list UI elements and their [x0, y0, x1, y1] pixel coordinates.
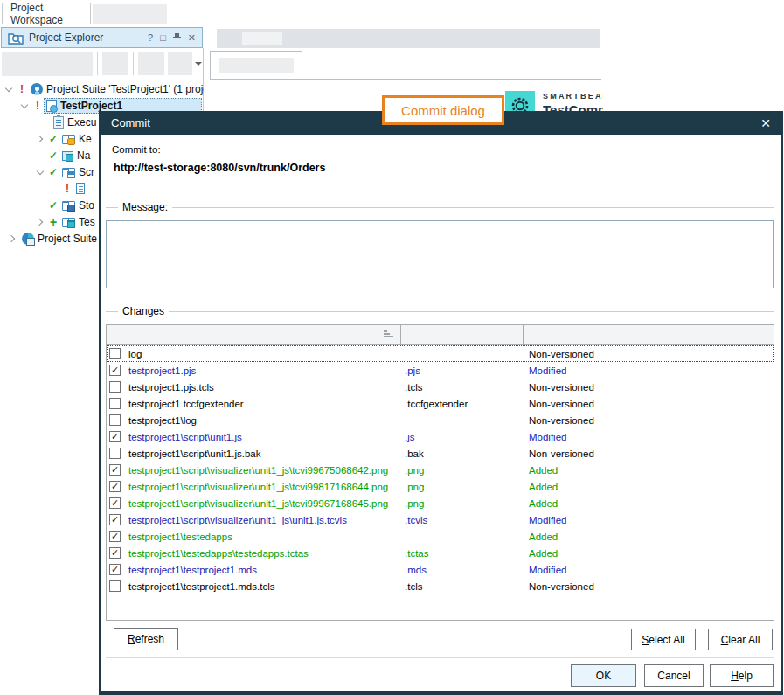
file-status: Added: [529, 498, 774, 509]
column-header-name[interactable]: [107, 325, 400, 345]
table-row[interactable]: testproject1\log Non-versioned: [107, 412, 774, 428]
tree-expander-icon[interactable]: [35, 217, 47, 227]
table-row[interactable]: testproject1\script\visualizer\unit1_js\…: [107, 495, 774, 511]
help-button[interactable]: Help: [710, 664, 774, 687]
commit-dialog: Commit ✕ Commit to: http://test-storage:…: [99, 111, 783, 695]
row-checkbox[interactable]: [109, 531, 121, 542]
column-header-status[interactable]: [524, 325, 775, 345]
row-checkbox[interactable]: [109, 564, 121, 575]
file-extension: .mds: [405, 565, 529, 575]
tree-status-marker: ✓: [47, 133, 59, 145]
toolbar-button-placeholder[interactable]: [138, 52, 164, 75]
row-checkbox[interactable]: [109, 414, 121, 426]
column-header-extension[interactable]: [401, 325, 523, 345]
file-status: Added: [529, 465, 774, 476]
commit-to-label: Commit to:: [112, 144, 161, 155]
row-checkbox[interactable]: [109, 547, 121, 559]
float-window-icon[interactable]: □: [160, 33, 166, 43]
refresh-button[interactable]: Refresh: [114, 628, 178, 650]
file-extension: .js: [405, 432, 529, 442]
project-icon: [46, 100, 57, 112]
table-header: [107, 325, 774, 345]
message-group-label: Message:: [118, 201, 172, 213]
tabstrip-border: [302, 79, 601, 80]
table-row[interactable]: testproject1\testproject1.mds .mds Modif…: [107, 561, 774, 578]
tab-placeholder[interactable]: [93, 4, 167, 24]
file-status: Non-versioned: [529, 415, 774, 426]
row-checkbox[interactable]: [109, 365, 121, 376]
row-checkbox[interactable]: [109, 481, 121, 492]
row-checkbox[interactable]: [109, 448, 121, 459]
dialog-close-icon[interactable]: ✕: [760, 117, 771, 129]
row-checkbox[interactable]: [109, 580, 121, 592]
toolbar-button-placeholder[interactable]: [168, 52, 192, 75]
sort-icon: [384, 330, 394, 338]
row-checkbox[interactable]: [109, 431, 121, 442]
tree-expander-icon[interactable]: [19, 101, 31, 111]
tree-expander-icon[interactable]: [35, 167, 47, 177]
row-checkbox[interactable]: [109, 381, 121, 393]
tree-item-label: Sto: [79, 199, 94, 212]
product-name: TestComplete: [543, 102, 603, 111]
tree-status-marker: !: [61, 183, 73, 195]
message-groupbox-border: [106, 207, 774, 208]
redacted-document-tab[interactable]: [210, 51, 302, 80]
commit-message-input[interactable]: [106, 220, 774, 288]
toolbar-button-placeholder[interactable]: [102, 52, 128, 75]
table-row[interactable]: testproject1\script\visualizer\unit1_js\…: [107, 462, 774, 478]
tree-status-marker: +: [47, 216, 59, 228]
file-name: testproject1\testproject1.mds: [128, 565, 405, 575]
script-folder-icon: [62, 168, 75, 177]
file-name: testproject1\testedapps: [128, 532, 405, 542]
file-status: Non-versioned: [529, 349, 774, 359]
tree-item[interactable]: ! Project Suite 'TestProject1' (1 projec: [0, 80, 204, 97]
tree-item-label: Na: [77, 149, 90, 162]
table-row[interactable]: testproject1\script\unit1.js.bak .bak No…: [107, 445, 774, 462]
table-row[interactable]: testproject1\testedapps\testedapps.tctas…: [107, 545, 774, 561]
table-row[interactable]: testproject1.tccfgextender .tccfgextende…: [107, 395, 774, 412]
execution-plan-icon: [53, 116, 64, 129]
clear-all-button[interactable]: Clear All: [708, 629, 773, 650]
pin-icon[interactable]: [173, 33, 181, 43]
tree-expander-icon[interactable]: [35, 134, 47, 144]
tab-project-workspace[interactable]: Project Workspace: [2, 3, 91, 24]
toolbar-button-placeholder[interactable]: [2, 52, 93, 76]
close-panel-icon[interactable]: ✕: [188, 33, 196, 43]
toolbar-separator: [133, 52, 134, 75]
file-status: Non-versioned: [529, 581, 774, 592]
dialog-border: [99, 691, 783, 695]
cancel-button[interactable]: Cancel: [644, 664, 704, 687]
file-name: testproject1\log: [128, 415, 405, 426]
ok-button[interactable]: OK: [571, 664, 636, 687]
table-row[interactable]: testproject1.pjs.tcls .tcls Non-versione…: [107, 379, 774, 395]
tree-expander-icon[interactable]: [3, 84, 16, 94]
file-name: testproject1\testproject1.mds.tcls: [128, 581, 405, 592]
row-checkbox[interactable]: [109, 497, 121, 509]
tree-expander-icon[interactable]: [7, 233, 19, 244]
tab-project-workspace-label: Project Workspace: [10, 2, 90, 26]
row-checkbox[interactable]: [109, 464, 121, 476]
table-row[interactable]: testproject1\testproject1.mds.tcls .tcls…: [107, 578, 774, 594]
toolbar-dropdown-arrow-icon[interactable]: [195, 62, 202, 66]
row-checkbox[interactable]: [109, 398, 121, 409]
table-row[interactable]: testproject1\testedapps Added: [107, 528, 774, 545]
table-row[interactable]: testproject1\script\unit1.js .js Modifie…: [107, 428, 774, 445]
repo-url: http://test-storage:8080/svn/trunk/Order…: [114, 162, 325, 174]
file-status: Modified: [529, 565, 774, 575]
table-row[interactable]: testproject1\script\visualizer\unit1_js\…: [107, 478, 774, 495]
tested-apps-folder-icon: [62, 218, 75, 227]
tree-status-marker: ✓: [47, 149, 59, 162]
stores-folder-icon: [62, 201, 75, 211]
project-explorer-header[interactable]: Project Explorer ? □ ✕: [1, 27, 203, 48]
table-row[interactable]: log Non-versioned: [107, 345, 774, 362]
select-all-button[interactable]: Select All: [631, 629, 696, 650]
help-icon[interactable]: ?: [148, 33, 153, 43]
row-checkbox[interactable]: [109, 514, 121, 525]
table-body: log Non-versioned testproject1.pjs .pjs …: [107, 345, 774, 620]
file-status: Modified: [529, 515, 774, 525]
tree-item-label: Project Suite 'TestProject1' (1 projec: [46, 83, 204, 95]
table-row[interactable]: testproject1\script\visualizer\unit1_js\…: [107, 511, 774, 528]
file-name: testproject1\script\visualizer\unit1_js\…: [128, 482, 405, 492]
table-row[interactable]: testproject1.pjs .pjs Modified: [107, 362, 774, 379]
row-checkbox[interactable]: [109, 348, 121, 359]
